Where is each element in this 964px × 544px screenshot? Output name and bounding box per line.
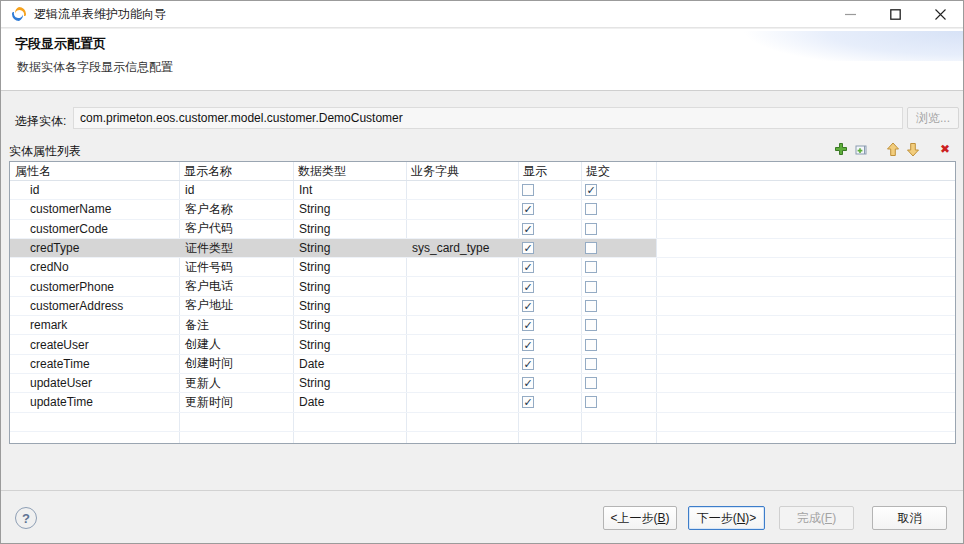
property-name-cell: createUser bbox=[10, 335, 179, 353]
column-header-data-type[interactable]: 数据类型 bbox=[293, 162, 406, 180]
table-row[interactable]: createTime创建时间Date bbox=[10, 355, 955, 374]
wizard-banner: 字段显示配置页 数据实体各字段显示信息配置 bbox=[1, 29, 963, 91]
dictionary-cell bbox=[406, 316, 518, 334]
close-button[interactable] bbox=[918, 1, 963, 28]
table-row[interactable]: credType证件类型Stringsys_card_type bbox=[10, 239, 955, 258]
show-cell bbox=[518, 181, 581, 199]
show-checkbox[interactable] bbox=[522, 242, 534, 254]
submit-checkbox[interactable] bbox=[585, 261, 597, 273]
data-type-cell: String bbox=[293, 316, 406, 334]
property-name-cell: createTime bbox=[10, 355, 179, 373]
table-row[interactable]: updateTime更新时间Date bbox=[10, 393, 955, 412]
submit-checkbox[interactable] bbox=[585, 300, 597, 312]
submit-checkbox[interactable] bbox=[585, 184, 597, 196]
row-filler bbox=[656, 200, 955, 218]
column-header-dictionary[interactable]: 业务字典 bbox=[406, 162, 518, 180]
show-checkbox[interactable] bbox=[522, 184, 534, 196]
row-filler bbox=[656, 316, 955, 334]
cancel-button[interactable]: 取消 bbox=[872, 506, 947, 530]
show-cell bbox=[518, 200, 581, 218]
row-filler bbox=[656, 258, 955, 276]
table-row[interactable]: customerPhone客户电话String bbox=[10, 277, 955, 296]
submit-checkbox[interactable] bbox=[585, 281, 597, 293]
submit-checkbox[interactable] bbox=[585, 396, 597, 408]
insert-row-button[interactable] bbox=[853, 141, 869, 157]
entity-input[interactable] bbox=[73, 107, 903, 129]
submit-checkbox[interactable] bbox=[585, 319, 597, 331]
show-checkbox[interactable] bbox=[522, 358, 534, 370]
table-rows: ididIntcustomerName客户名称StringcustomerCod… bbox=[10, 181, 955, 432]
submit-cell bbox=[581, 316, 656, 334]
row-filler bbox=[656, 393, 955, 411]
column-header-property-name[interactable]: 属性名 bbox=[10, 162, 179, 180]
minimize-button[interactable] bbox=[828, 1, 873, 28]
move-down-icon bbox=[906, 142, 920, 157]
wizard-dialog: 逻辑流单表维护功能向导 字段显示配置页 数据实体各字段显示信息配置 选择实体: … bbox=[0, 0, 964, 544]
dictionary-cell bbox=[406, 200, 518, 218]
table-row[interactable]: customerCode客户代码String bbox=[10, 220, 955, 239]
submit-checkbox[interactable] bbox=[585, 377, 597, 389]
submit-cell bbox=[581, 335, 656, 353]
submit-checkbox[interactable] bbox=[585, 339, 597, 351]
table-row[interactable]: credNo证件号码String bbox=[10, 258, 955, 277]
move-down-button[interactable] bbox=[905, 141, 921, 157]
next-mnemonic: N bbox=[737, 511, 746, 525]
display-name-cell: 客户电话 bbox=[179, 277, 293, 295]
submit-checkbox[interactable] bbox=[585, 223, 597, 235]
maximize-button[interactable] bbox=[873, 1, 918, 28]
submit-cell bbox=[581, 393, 656, 411]
move-up-button[interactable] bbox=[885, 141, 901, 157]
row-filler bbox=[656, 239, 955, 257]
help-button[interactable]: ? bbox=[15, 507, 37, 529]
delete-row-button[interactable]: ✖ bbox=[937, 141, 953, 157]
submit-checkbox[interactable] bbox=[585, 203, 597, 215]
show-cell bbox=[518, 393, 581, 411]
submit-cell bbox=[581, 220, 656, 238]
row-filler bbox=[656, 220, 955, 238]
property-table: 属性名 显示名称 数据类型 业务字典 显示 提交 ididIntcustomer… bbox=[9, 161, 956, 444]
show-checkbox[interactable] bbox=[522, 300, 534, 312]
add-row-button[interactable] bbox=[833, 141, 849, 157]
show-checkbox[interactable] bbox=[522, 223, 534, 235]
show-cell bbox=[518, 239, 581, 257]
add-icon bbox=[834, 142, 848, 156]
next-button[interactable]: 下一步(N)> bbox=[688, 506, 765, 530]
submit-cell bbox=[581, 374, 656, 392]
submit-checkbox[interactable] bbox=[585, 358, 597, 370]
window-title: 逻辑流单表维护功能向导 bbox=[34, 6, 166, 23]
table-row[interactable]: updateUser更新人String bbox=[10, 374, 955, 393]
show-checkbox[interactable] bbox=[522, 377, 534, 389]
dictionary-cell: sys_card_type bbox=[406, 239, 518, 257]
data-type-cell: String bbox=[293, 297, 406, 315]
show-cell bbox=[518, 277, 581, 295]
property-name-cell: id bbox=[10, 181, 179, 199]
show-checkbox[interactable] bbox=[522, 281, 534, 293]
page-title: 字段显示配置页 bbox=[15, 35, 106, 53]
property-name-cell: customerCode bbox=[10, 220, 179, 238]
table-row[interactable]: customerAddress客户地址String bbox=[10, 297, 955, 316]
show-checkbox[interactable] bbox=[522, 319, 534, 331]
table-row[interactable]: customerName客户名称String bbox=[10, 200, 955, 219]
table-row[interactable]: remark备注String bbox=[10, 316, 955, 335]
show-checkbox[interactable] bbox=[522, 203, 534, 215]
submit-cell bbox=[581, 200, 656, 218]
row-filler bbox=[656, 374, 955, 392]
show-cell bbox=[518, 316, 581, 334]
show-cell bbox=[518, 297, 581, 315]
browse-button[interactable]: 浏览... bbox=[907, 107, 959, 129]
data-type-cell: String bbox=[293, 374, 406, 392]
table-row[interactable]: createUser创建人String bbox=[10, 335, 955, 354]
table-row[interactable]: ididInt bbox=[10, 181, 955, 200]
maximize-icon bbox=[890, 9, 901, 20]
show-checkbox[interactable] bbox=[522, 396, 534, 408]
show-checkbox[interactable] bbox=[522, 261, 534, 273]
property-name-cell: credType bbox=[10, 239, 179, 257]
submit-checkbox[interactable] bbox=[585, 242, 597, 254]
column-header-show[interactable]: 显示 bbox=[518, 162, 581, 180]
show-checkbox[interactable] bbox=[522, 339, 534, 351]
column-header-display-name[interactable]: 显示名称 bbox=[179, 162, 293, 180]
show-cell bbox=[518, 220, 581, 238]
back-button[interactable]: <上一步(B) bbox=[603, 506, 677, 530]
finish-label-end: ) bbox=[832, 511, 836, 525]
column-header-submit[interactable]: 提交 bbox=[581, 162, 656, 180]
